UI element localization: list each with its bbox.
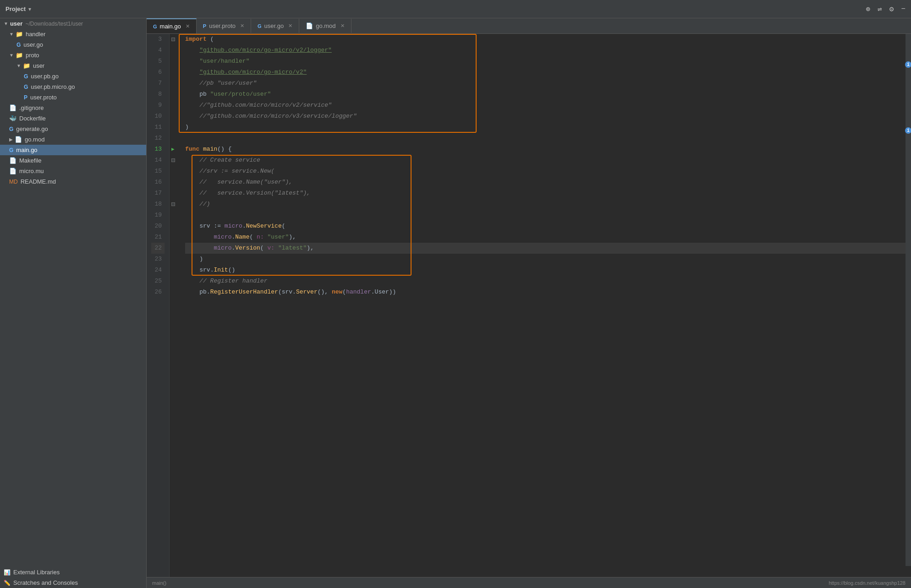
readme-label: README.md [21,178,56,185]
code-line-19 [185,210,911,221]
dockerfile-icon: 🐳 [9,115,16,122]
code-lines: import ( "github.com/micro/go-micro/v2/l… [181,34,911,577]
user-pb-micro-go-label: user.pb.micro.go [31,83,75,90]
line-num-20: 20 [151,221,165,232]
sidebar-item-scratches[interactable]: ✏️ Scratches and Consoles [0,577,146,588]
code-line-21: micro.Name( n: "user"), [185,232,911,243]
root-label: user [10,20,22,27]
import-proto-str: "user/proto/user" [210,89,271,100]
new-service-fn: NewService [246,221,282,232]
gutter: ▶ [170,34,181,577]
import-kw: import [185,34,207,45]
code-line-26: pb.RegisterUserHandler(srv.Server(), new… [185,287,911,298]
go-mod-tab-close-icon[interactable]: ✕ [340,23,345,29]
proto-folder-icon: 📁 [16,52,23,59]
fold-import-icon[interactable] [171,34,175,41]
register-handler-fn: RegisterUserHandler [210,287,278,298]
line-num-9: 9 [151,100,165,111]
user-str: "user" [268,232,289,243]
micro-pkg-3: micro [214,243,231,254]
generate-go-label: generate.go [16,125,48,132]
status-bar-right: https://blog.csdn.net/kuangshp128 [829,580,906,586]
comment-close: //) [199,199,210,210]
code-line-18: //) [185,199,911,210]
user-subfolder-icon: 📁 [23,62,30,69]
sidebar-item-micro-mu[interactable]: 📄 micro.mu [0,166,146,176]
line-numbers: 3 4 5 6 7 8 9 10 11 12 13 14 15 16 17 18 [147,34,170,577]
tab-user-go[interactable]: G user.go ✕ [251,19,299,33]
sidebar-item-proto[interactable]: ▼ 📁 proto [0,50,146,60]
sidebar-item-go-mod[interactable]: ▶ 📄 go.mod [0,134,146,145]
import-handler-str: "user/handler" [199,56,249,67]
latest-str: "latest" [278,243,307,254]
scrollbar-info-badge-1: i [905,61,911,68]
main-go-icon: G [9,147,13,153]
gitignore-label: .gitignore [19,104,44,111]
globe-icon[interactable]: ⊕ [866,5,870,14]
sidebar-item-gitignore[interactable]: 📄 .gitignore [0,103,146,113]
main-go-tab-close-icon[interactable]: ✕ [186,23,190,29]
new-kw: new [332,287,342,298]
fold-block2-icon[interactable] [171,199,175,206]
comment-create-service: // Create service [199,155,260,166]
makefile-label: Makefile [19,157,41,164]
project-chevron-icon[interactable]: ▾ [28,6,31,12]
srv-var-2: srv [199,265,210,276]
code-line-6: "github.com/micro/go-micro/v2" [185,67,911,78]
v-param: v: [267,243,274,254]
editor-content[interactable]: 3 4 5 6 7 8 9 10 11 12 13 14 15 16 17 18 [147,34,911,577]
tab-go-mod[interactable]: 📄 go.mod ✕ [299,19,351,33]
scratches-label: Scratches and Consoles [13,579,78,586]
external-libraries-label: External Libraries [13,569,60,576]
sidebar-item-user-pb-go[interactable]: G user.pb.go [0,71,146,82]
gitignore-icon: 📄 [9,104,16,111]
line-num-21: 21 [151,232,165,243]
fold-block-icon[interactable] [171,155,175,162]
comment-service-version: // service.Version("latest"), [199,188,310,199]
sidebar-item-user-go-handler[interactable]: G user.go [0,39,146,50]
minus-icon[interactable]: − [901,5,906,13]
tab-main-go[interactable]: G main.go ✕ [147,18,197,33]
code-line-11: ) [185,122,911,133]
code-line-13: func main() { [185,144,911,155]
sidebar-item-dockerfile[interactable]: 🐳 Dockerfile [0,113,146,124]
sidebar-item-readme[interactable]: MD README.md [0,176,146,187]
user-go-tab-icon: G [258,23,262,29]
sidebar-item-generate-go[interactable]: G generate.go [0,124,146,134]
user-go-tab-close-icon[interactable]: ✕ [288,23,292,29]
version-fn: Version [235,243,260,254]
user-proto-tab-label: user.proto [209,22,236,29]
main-go-tab-label: main.go [160,23,181,30]
user-proto-tab-close-icon[interactable]: ✕ [240,23,244,29]
sidebar-item-user-folder[interactable]: ▼ 📁 user [0,60,146,71]
line-num-22: 22 [151,243,165,254]
sidebar-item-main-go[interactable]: G main.go [0,145,146,155]
line-num-18: 18 [151,199,165,210]
code-line-4: "github.com/micro/go-micro/v2/logger" [185,45,911,56]
run-arrow-icon[interactable]: ▶ [171,144,175,155]
sidebar-item-makefile[interactable]: 📄 Makefile [0,155,146,166]
title-bar-project[interactable]: Project ▾ [5,5,31,12]
sidebar-item-handler[interactable]: ▼ 📁 handler [0,29,146,39]
scrollbar[interactable]: i i [906,34,911,566]
folder-icon: 📁 [16,31,23,38]
code-line-20: srv := micro.NewService( [185,221,911,232]
go-mod-icon: 📄 [15,136,22,143]
sidebar-item-user-proto[interactable]: P user.proto [0,92,146,103]
line-num-7: 7 [151,78,165,89]
import-micro-str: "github.com/micro/go-micro/v2" [199,67,307,78]
layout-icon[interactable]: ⇌ [878,5,882,14]
sidebar-item-external-libraries[interactable]: 📊 External Libraries [0,567,146,577]
go-pb-micro-file-icon: G [24,84,28,90]
status-function: main() [152,580,166,586]
gear-icon[interactable]: ⚙ [889,5,894,14]
sidebar-item-user-pb-micro-go[interactable]: G user.pb.micro.go [0,82,146,92]
sidebar-root[interactable]: ▼ user ~/Downloads/test1/user [0,18,146,29]
pb-alias: pb [199,89,207,100]
handler-pkg: handler [346,287,371,298]
tab-user-proto[interactable]: P user.proto ✕ [197,19,251,33]
srv-var: srv [199,221,210,232]
editor-area: G main.go ✕ P user.proto ✕ G user.go ✕ 📄… [147,18,911,588]
code-line-12 [185,133,911,144]
micro-pkg: micro [225,221,242,232]
